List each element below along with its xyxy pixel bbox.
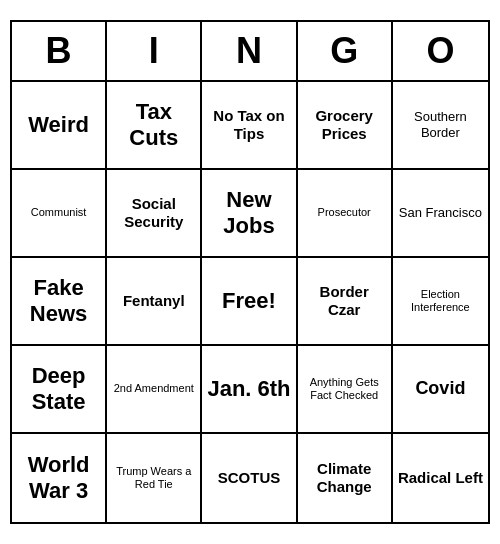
cell-text-15: Deep State (16, 363, 101, 416)
cell-text-18: Anything Gets Fact Checked (302, 376, 387, 402)
bingo-cell-7: New Jobs (202, 170, 297, 258)
cell-text-14: Election Interference (397, 288, 484, 314)
cell-text-16: 2nd Amendment (114, 382, 194, 395)
bingo-cell-15: Deep State (12, 346, 107, 434)
cell-text-19: Covid (415, 378, 465, 400)
bingo-cell-6: Social Security (107, 170, 202, 258)
cell-text-10: Fake News (16, 275, 101, 328)
bingo-cell-1: Tax Cuts (107, 82, 202, 170)
bingo-cell-19: Covid (393, 346, 488, 434)
cell-text-22: SCOTUS (218, 469, 281, 487)
header-letter-g: G (298, 22, 393, 80)
cell-text-7: New Jobs (206, 187, 291, 240)
cell-text-21: Trump Wears a Red Tie (111, 465, 196, 491)
bingo-cell-0: Weird (12, 82, 107, 170)
cell-text-1: Tax Cuts (111, 99, 196, 152)
bingo-cell-12: Free! (202, 258, 297, 346)
bingo-cell-11: Fentanyl (107, 258, 202, 346)
cell-text-2: No Tax on Tips (206, 107, 291, 143)
bingo-cell-22: SCOTUS (202, 434, 297, 522)
bingo-cell-21: Trump Wears a Red Tie (107, 434, 202, 522)
header-letter-i: I (107, 22, 202, 80)
cell-text-0: Weird (28, 112, 89, 138)
cell-text-9: San Francisco (399, 205, 482, 221)
bingo-header: BINGO (12, 22, 488, 82)
cell-text-6: Social Security (111, 195, 196, 231)
bingo-card: BINGO WeirdTax CutsNo Tax on TipsGrocery… (10, 20, 490, 524)
bingo-cell-20: World War 3 (12, 434, 107, 522)
bingo-cell-18: Anything Gets Fact Checked (298, 346, 393, 434)
bingo-cell-17: Jan. 6th (202, 346, 297, 434)
bingo-cell-4: Southern Border (393, 82, 488, 170)
header-letter-o: O (393, 22, 488, 80)
cell-text-13: Border Czar (302, 283, 387, 319)
bingo-cell-13: Border Czar (298, 258, 393, 346)
bingo-cell-14: Election Interference (393, 258, 488, 346)
cell-text-11: Fentanyl (123, 292, 185, 310)
bingo-grid: WeirdTax CutsNo Tax on TipsGrocery Price… (12, 82, 488, 522)
bingo-cell-24: Radical Left (393, 434, 488, 522)
cell-text-3: Grocery Prices (302, 107, 387, 143)
bingo-cell-10: Fake News (12, 258, 107, 346)
cell-text-20: World War 3 (16, 452, 101, 505)
bingo-cell-16: 2nd Amendment (107, 346, 202, 434)
bingo-cell-23: Climate Change (298, 434, 393, 522)
cell-text-17: Jan. 6th (207, 376, 290, 402)
bingo-cell-8: Prosecutor (298, 170, 393, 258)
cell-text-23: Climate Change (302, 460, 387, 496)
cell-text-24: Radical Left (398, 469, 483, 487)
header-letter-b: B (12, 22, 107, 80)
bingo-cell-5: Communist (12, 170, 107, 258)
cell-text-5: Communist (31, 206, 87, 219)
header-letter-n: N (202, 22, 297, 80)
cell-text-4: Southern Border (397, 109, 484, 140)
bingo-cell-9: San Francisco (393, 170, 488, 258)
bingo-cell-2: No Tax on Tips (202, 82, 297, 170)
cell-text-8: Prosecutor (318, 206, 371, 219)
bingo-cell-3: Grocery Prices (298, 82, 393, 170)
cell-text-12: Free! (222, 288, 276, 314)
